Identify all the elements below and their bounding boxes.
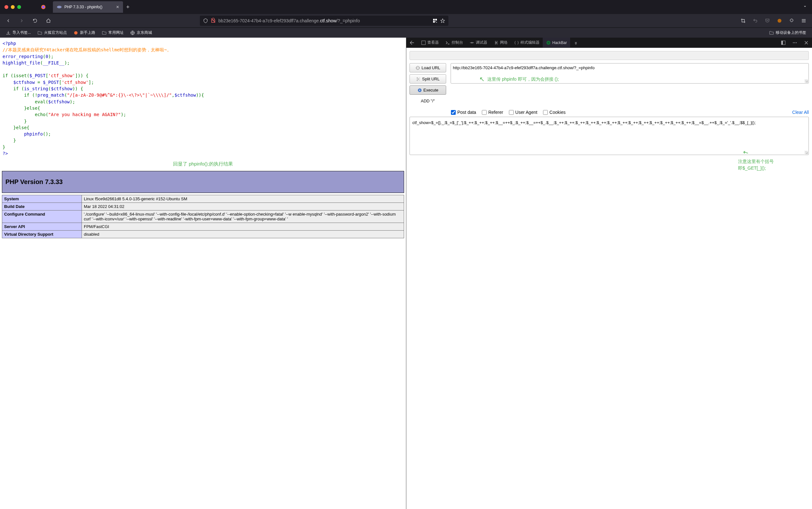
annotation-post: 注意这里有个括号 即$_GET[_](); [738, 158, 774, 172]
user-agent-checkbox[interactable]: User Agent [509, 110, 537, 115]
firefox-icon [40, 4, 46, 10]
svg-rect-6 [421, 41, 426, 45]
undo-icon[interactable] [750, 15, 761, 26]
new-tab-button[interactable]: + [126, 4, 130, 10]
load-url-button[interactable]: Load URL [409, 63, 446, 72]
svg-point-13 [795, 42, 796, 43]
tab-close-icon[interactable]: ✕ [116, 5, 119, 9]
table-row: Server APIFPM/FastCGI [2, 223, 404, 231]
hackbar-post-input[interactable]: ctf_show=$_=[]._;$_=$_['_'];$_++;$_++;$_… [409, 117, 809, 155]
navigation-toolbar: bb23e165-7024-47b4-a7c9-efef293dff7a.cha… [0, 14, 812, 27]
php-favicon [57, 4, 62, 9]
hackbar-options-row: Post data Referer User Agent Cookies Cle… [451, 108, 809, 117]
devtools-panel: 查看器 控制台 调试器 网络 样式编辑器 HackBar Load URL [406, 38, 812, 509]
window-maximize[interactable] [17, 5, 21, 9]
hackbar-top-toolbar[interactable] [409, 51, 809, 60]
globe-icon [130, 30, 135, 35]
devtools-dock-icon[interactable] [778, 40, 789, 45]
split-url-button[interactable]: Split URL [409, 74, 446, 83]
table-row: Virtual Directory Supportdisabled [2, 231, 404, 238]
svg-point-3 [778, 19, 781, 23]
table-row: SystemLinux f5ce9d2661d8 5.4.0-135-gener… [2, 195, 404, 203]
window-minimize[interactable] [11, 5, 15, 9]
import-icon [6, 30, 11, 35]
bookmark-star-icon[interactable] [440, 18, 445, 23]
browser-tab[interactable]: PHP 7.3.33 - phpinfo() ✕ [53, 1, 123, 13]
php-source-code: <?php //本题灵感来自研究Y4tacker佬在吃瓜杯投稿的shellme时… [0, 38, 406, 159]
reload-button[interactable] [30, 15, 40, 26]
arrow-icon: ↖ [479, 75, 485, 83]
hackbar-panel: Load URL Split URL Execute ADD "/" http:… [406, 48, 812, 509]
cookies-checkbox[interactable]: Cookies [543, 110, 566, 115]
devtools-more-icon[interactable] [789, 40, 801, 45]
page-content: <?php //本题灵感来自研究Y4tacker佬在吃瓜杯投稿的shellme时… [0, 38, 406, 509]
devtools-tab-bar: 查看器 控制台 调试器 网络 样式编辑器 HackBar [406, 38, 812, 48]
titlebar: PHP 7.3.33 - phpinfo() ✕ + [0, 0, 812, 14]
scissors-icon [416, 77, 421, 81]
folder-icon [37, 30, 42, 35]
extension-icon-1[interactable] [774, 15, 785, 26]
bookmark-jd[interactable]: 京东商城 [127, 29, 154, 37]
crop-icon[interactable] [738, 15, 748, 26]
play-icon [417, 88, 422, 93]
tab-network[interactable]: 网络 [490, 38, 511, 47]
tab-style-editor[interactable]: 样式编辑器 [511, 38, 543, 47]
home-button[interactable] [43, 15, 53, 26]
referer-checkbox[interactable]: Referer [482, 110, 503, 115]
globe-icon [415, 66, 420, 70]
firefox-small-icon [73, 30, 78, 35]
svg-point-12 [793, 42, 794, 43]
bookmark-firefox-official[interactable]: 火狐官方站点 [35, 29, 70, 37]
phpinfo-table: SystemLinux f5ce9d2661d8 5.4.0-135-gener… [2, 195, 404, 238]
window-controls [4, 5, 21, 9]
tab-console[interactable]: 控制台 [442, 38, 466, 47]
insecure-lock-icon [211, 18, 216, 24]
tab-debugger[interactable]: 调试器 [466, 38, 490, 47]
devtools-close-icon[interactable] [406, 38, 418, 47]
devtools-overflow-icon[interactable] [570, 38, 582, 47]
address-bar[interactable]: bb23e165-7024-47b4-a7c9-efef293dff7a.cha… [200, 15, 448, 26]
post-data-checkbox[interactable]: Post data [451, 110, 476, 115]
devtools-close-button[interactable] [801, 40, 812, 45]
clear-all-link[interactable]: Clear All [792, 110, 809, 115]
back-button[interactable] [3, 15, 13, 26]
forward-button[interactable] [16, 15, 27, 26]
window-close[interactable] [4, 5, 8, 9]
annotation-url: 这里传 phpinfo 即可，因为会拼接 (); [487, 76, 559, 82]
pocket-icon[interactable] [762, 15, 773, 26]
svg-point-9 [548, 41, 550, 44]
qr-icon[interactable] [433, 18, 438, 23]
phpinfo-version-header: PHP Version 7.3.33 [2, 171, 404, 193]
tab-hackbar[interactable]: HackBar [543, 38, 570, 47]
bookmark-getting-started[interactable]: 新手上路 [71, 29, 98, 37]
tab-inspector[interactable]: 查看器 [418, 38, 442, 47]
table-row: Build DateMar 18 2022 04:31:02 [2, 203, 404, 210]
folder-icon [769, 30, 774, 35]
bookmark-mobile[interactable]: 移动设备上的书签 [767, 29, 809, 37]
svg-point-7 [471, 42, 473, 43]
tab-title: PHP 7.3.33 - phpinfo() [64, 5, 102, 9]
extensions-icon[interactable] [786, 15, 797, 26]
svg-point-1 [42, 6, 45, 8]
folder-icon [102, 30, 107, 35]
annotation-phpinfo-result: 回显了 phpinfo();的执行结果 [0, 159, 406, 169]
shield-icon [203, 18, 208, 23]
url-text: bb23e165-7024-47b4-a7c9-efef293dff7a.cha… [218, 18, 430, 23]
import-bookmarks[interactable]: 导入书签... [3, 29, 33, 37]
svg-point-14 [796, 42, 797, 43]
execute-button[interactable]: Execute [409, 86, 446, 95]
svg-point-2 [57, 6, 62, 8]
table-row: Configure Command'./configure' '--build=… [2, 210, 404, 223]
menu-icon[interactable] [799, 15, 809, 26]
add-slash-button[interactable]: ADD "/" [409, 97, 446, 105]
tabs-dropdown-icon[interactable] [803, 4, 808, 10]
svg-point-4 [74, 31, 78, 34]
bookmark-common-sites[interactable]: 常用网址 [99, 29, 126, 37]
bookmarks-bar: 导入书签... 火狐官方站点 新手上路 常用网址 京东商城 移动设备上的书签 [0, 27, 812, 38]
svg-rect-11 [781, 41, 783, 45]
